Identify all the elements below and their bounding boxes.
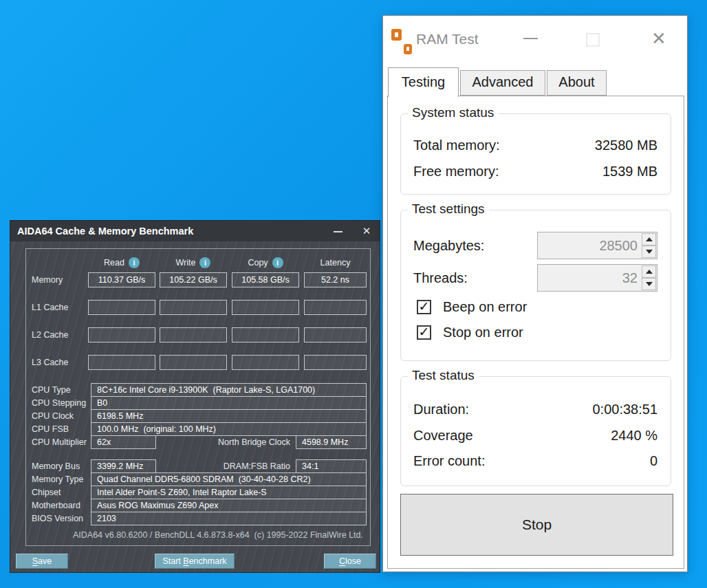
- save-button[interactable]: Save: [16, 554, 68, 569]
- close-button[interactable]: Close: [324, 554, 376, 569]
- system-status-legend: System status: [408, 105, 498, 120]
- dram-fsb-ratio-field: 34:1: [296, 459, 367, 473]
- threads-label: Threads:: [413, 269, 468, 287]
- column-header-read: Read i: [88, 257, 155, 269]
- tab-advanced[interactable]: Advanced: [460, 70, 545, 96]
- test-settings-legend: Test settings: [408, 202, 489, 217]
- megabytes-label: Megabytes:: [413, 237, 484, 254]
- system-status-groupbox: System status Total memory: 32580 MB Fre…: [400, 113, 671, 195]
- bench-value-box: [88, 355, 155, 370]
- ramtest-window: RAM Test ✕ Testing Advanced About System…: [382, 15, 688, 572]
- info-value-field: 2103: [91, 512, 367, 525]
- info-row-label: CPU FSB: [32, 424, 69, 434]
- test-status-legend: Test status: [408, 368, 479, 383]
- north-bridge-clock-field: 4598.9 MHz: [296, 435, 367, 449]
- free-memory-label: Free memory:: [413, 162, 499, 180]
- copy-header-label: Copy: [248, 258, 268, 268]
- beep-on-error-label: Beep on error: [443, 298, 527, 316]
- info-value-field: Quad Channel DDR5-6800 SDRAM (30-40-40-2…: [91, 472, 367, 486]
- info-value-field: 6198.5 MHz: [91, 409, 367, 423]
- bench-row-label: L1 Cache: [32, 303, 69, 312]
- bench-value-box: [88, 327, 155, 342]
- stop-on-error-checkbox[interactable]: ✓: [417, 325, 431, 340]
- bench-value-box: 105.22 GB/s: [160, 272, 227, 287]
- info-row-label: CPU Stepping: [32, 398, 86, 408]
- aida64-version-footer: AIDA64 v6.80.6200 / BenchDLL 4.6.873.8-x…: [73, 530, 363, 540]
- bench-row-label: L3 Cache: [32, 358, 69, 367]
- minimize-icon: [523, 38, 538, 39]
- info-value-field: 62x: [91, 435, 156, 449]
- threads-stepper[interactable]: 32: [537, 264, 657, 292]
- ramtest-maximize-button[interactable]: [586, 33, 600, 47]
- info-row-label: Chipset: [32, 488, 61, 497]
- bench-value-box: [232, 355, 299, 370]
- info-icon[interactable]: i: [199, 257, 210, 268]
- bench-value-box: [160, 300, 227, 315]
- aida64-close-button[interactable]: ✕: [353, 221, 380, 241]
- bench-value-box: 110.37 GB/s: [88, 272, 155, 287]
- start-benchmark-button[interactable]: Start Benchmark: [155, 554, 235, 569]
- free-memory-value: 1539 MB: [602, 162, 657, 180]
- minimize-icon: [334, 231, 342, 232]
- bench-value-box: [160, 355, 227, 370]
- read-header-label: Read: [104, 258, 124, 268]
- aida64-window: AIDA64 Cache & Memory Benchmark ✕ Read i…: [10, 220, 380, 573]
- info-value-field: Asus ROG Maximus Z690 Apex: [91, 499, 367, 512]
- bench-row-label: L2 Cache: [32, 330, 69, 340]
- beep-on-error-checkbox[interactable]: ✓: [417, 300, 431, 314]
- info-row-label: BIOS Version: [32, 514, 83, 523]
- info-row-label: CPU Multiplier: [32, 437, 87, 447]
- desktop: AIDA64 Cache & Memory Benchmark ✕ Read i…: [0, 0, 707, 588]
- ramtest-window-title: RAM Test: [416, 31, 479, 47]
- column-header-copy: Copy i: [232, 257, 299, 269]
- megabytes-value: 28500: [538, 232, 638, 259]
- aida64-window-title: AIDA64 Cache & Memory Benchmark: [17, 226, 193, 237]
- ramtest-minimize-button[interactable]: [519, 27, 543, 50]
- coverage-label: Coverage: [413, 426, 473, 444]
- bench-value-box: [304, 300, 367, 315]
- info-value-field: Intel Alder Point-S Z690, Intel Raptor L…: [91, 486, 367, 499]
- info-row-label: Memory Bus: [32, 461, 80, 471]
- bench-value-box: [232, 327, 299, 342]
- bench-value-box: [304, 327, 367, 342]
- info-value-field: 8C+16c Intel Core i9-13900K (Raptor Lake…: [91, 383, 367, 397]
- ramtest-close-button[interactable]: ✕: [646, 27, 672, 52]
- info-row-label: Memory Type: [32, 475, 84, 484]
- test-status-groupbox: Test status Duration: 0:00:38:51 Coverag…: [400, 376, 671, 486]
- error-count-value: 0: [650, 452, 657, 470]
- bench-value-box: 105.58 GB/s: [232, 272, 299, 287]
- arrow-up-icon: [646, 270, 653, 274]
- bench-value-box: [232, 300, 299, 315]
- column-header-write: Write i: [160, 257, 227, 269]
- error-count-label: Error count:: [413, 452, 485, 470]
- tab-testing[interactable]: Testing: [388, 67, 459, 97]
- dram-fsb-ratio-label: DRAM:FSB Ratio: [164, 461, 290, 471]
- check-icon: ✓: [419, 325, 430, 339]
- arrow-down-icon: [646, 250, 653, 254]
- coverage-value: 2440 %: [611, 426, 657, 444]
- megabytes-stepper[interactable]: 28500: [537, 232, 657, 259]
- check-icon: ✓: [419, 299, 430, 314]
- arrow-down-icon: [646, 282, 653, 286]
- info-value-field: 100.0 MHz (original: 100 MHz): [91, 422, 367, 436]
- spin-down-button[interactable]: [642, 246, 656, 258]
- latency-header-label: Latency: [320, 258, 351, 268]
- ramtest-titlebar: RAM Test ✕: [383, 16, 687, 60]
- info-value-field: B0: [91, 396, 367, 410]
- threads-value: 32: [538, 265, 638, 291]
- total-memory-value: 32580 MB: [595, 136, 657, 154]
- info-icon[interactable]: i: [129, 257, 140, 268]
- bench-value-box: [88, 300, 155, 315]
- spin-up-button[interactable]: [642, 233, 656, 246]
- bench-row-label: Memory: [32, 275, 63, 285]
- info-icon[interactable]: i: [272, 257, 283, 268]
- testing-tab-page: System status Total memory: 32580 MB Fre…: [387, 96, 684, 569]
- spin-down-button[interactable]: [642, 278, 656, 290]
- tab-about[interactable]: About: [547, 70, 607, 96]
- stop-on-error-label: Stop on error: [443, 323, 523, 341]
- spin-up-button[interactable]: [642, 265, 656, 278]
- stop-button[interactable]: Stop: [400, 494, 673, 556]
- test-settings-groupbox: Test settings Megabytes: 28500 Threads: …: [400, 210, 671, 361]
- aida64-minimize-button[interactable]: [327, 221, 350, 241]
- info-value-field: 3399.2 MHz: [91, 459, 156, 473]
